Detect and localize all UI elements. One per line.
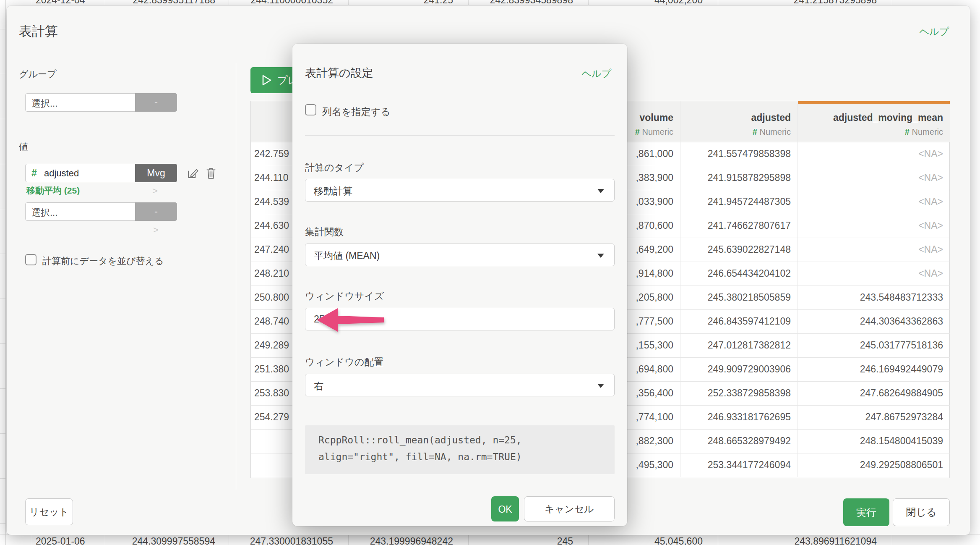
calc-type-label: 計算のタイプ <box>305 161 364 174</box>
table-gridline <box>588 0 589 5</box>
table-cell: 253.344177246094 <box>680 453 798 477</box>
agg-func-value: 平均値 (MEAN) <box>314 249 380 262</box>
table-cell: 249.909729003906 <box>680 358 798 382</box>
new-column-accent-bar <box>798 101 950 104</box>
reset-button[interactable]: リセット <box>25 498 73 525</box>
code-line-2: align="right", fill=NA, na.rm=TRUE) <box>318 451 522 462</box>
table-gridline <box>105 535 105 545</box>
table-cell: 241.215873295898 <box>794 0 877 5</box>
value-select-placeholder: 選択... <box>31 207 57 219</box>
table-cell: 244.309997558594 <box>132 536 215 545</box>
table-gridline <box>0 209 6 209</box>
table-cell: 241.25 <box>424 0 453 5</box>
close-button[interactable]: 閉じる <box>893 498 950 526</box>
column-name: adjusted_moving_mean <box>833 112 943 123</box>
dialog-help-link[interactable]: ヘルプ <box>919 25 949 38</box>
chevron-down-icon <box>597 254 604 258</box>
modal-divider <box>305 135 615 136</box>
column-name: adjusted <box>751 112 791 123</box>
table-cell-date: 2024-12-04 <box>36 0 85 5</box>
dialog-title: 表計算 <box>19 23 58 40</box>
run-button[interactable]: 実行 <box>843 498 889 526</box>
numeric-hash-icon: # <box>753 127 760 136</box>
value-select[interactable]: 選択... - <box>25 202 177 221</box>
table-gridline <box>32 0 32 5</box>
value-label: 値 <box>19 141 28 153</box>
table-cell: 243.548483712333 <box>798 286 950 310</box>
column-header-adjusted[interactable]: adjusted# Numeric <box>680 101 798 142</box>
ok-button[interactable]: OK <box>491 496 519 521</box>
window-align-select[interactable]: 右 <box>305 374 615 396</box>
cancel-button[interactable]: キャンセル <box>524 496 615 521</box>
edit-icon[interactable] <box>186 167 199 181</box>
column-type: # Numeric <box>635 127 673 137</box>
column-header-adjusted_moving_mean[interactable]: adjusted_moving_mean# Numeric <box>798 101 950 142</box>
table-gridline <box>348 535 349 545</box>
chevron-right-icon: > <box>153 225 159 236</box>
table-cell: 45,045,600 <box>654 536 703 545</box>
chevron-down-icon <box>597 384 604 388</box>
code-line-1: RcppRoll::roll_mean(adjusted, n=25, <box>318 435 522 445</box>
table-cell: 243.199996948242 <box>370 536 453 545</box>
table-cell: 241.557479858398 <box>680 142 798 166</box>
panel-divider <box>236 63 236 490</box>
calc-type-value: 移動計算 <box>314 185 352 198</box>
value-field[interactable]: # adjusted Mvg <box>25 164 177 182</box>
moving-calc-badge[interactable]: Mvg <box>135 164 177 182</box>
table-gridline <box>105 0 105 5</box>
table-gridline <box>892 0 892 5</box>
table-cell: 242.839934589898 <box>490 0 573 5</box>
table-calculation-settings-modal: 表計算の設定 ヘルプ 列名を指定する 計算のタイプ 移動計算 集計関数 平均値 … <box>292 44 627 526</box>
table-cell: <NA> <box>798 214 950 238</box>
table-gridline <box>468 0 469 5</box>
table-cell: 244.303643362863 <box>798 310 950 334</box>
column-name: volume <box>639 112 673 123</box>
group-select-placeholder: 選択... <box>31 97 57 110</box>
numeric-hash-icon: # <box>635 127 642 136</box>
modal-help-link[interactable]: ヘルプ <box>581 67 611 80</box>
play-icon <box>261 74 272 86</box>
table-gridline <box>0 523 6 524</box>
table-cell: 44,002,200 <box>654 0 703 5</box>
window-size-value: 25 <box>314 314 325 325</box>
agg-func-label: 集計関数 <box>305 225 344 238</box>
value-summary-text: 移動平均 (25) <box>26 185 80 197</box>
table-cell: 241.915878295898 <box>680 166 798 190</box>
value-field-name: adjusted <box>44 168 79 179</box>
table-cell: 252.338729858398 <box>680 382 798 406</box>
table-cell: 245 <box>557 536 573 545</box>
group-select[interactable]: 選択... - <box>25 93 177 112</box>
value-remove-button[interactable]: - <box>135 202 177 221</box>
table-gridline <box>0 119 6 119</box>
table-gridline <box>0 29 6 29</box>
window-size-input[interactable]: 25 <box>305 308 615 330</box>
table-gridline <box>892 535 892 545</box>
table-gridline <box>229 0 229 5</box>
background-table-row-bottom: 2025-01-06244.309997558594247.3300018310… <box>0 534 980 545</box>
modal-title: 表計算の設定 <box>305 66 373 81</box>
window-align-label: ウィンドウの配置 <box>305 356 383 369</box>
window-size-label: ウィンドウサイズ <box>305 290 384 303</box>
sort-before-calc-label: 計算前にデータを並び替える <box>42 255 164 267</box>
trash-icon[interactable] <box>206 167 216 181</box>
table-cell: 242.839935117188 <box>133 0 215 5</box>
table-gridline <box>0 343 6 344</box>
table-gridline <box>0 433 6 434</box>
numeric-hash-icon: # <box>31 168 37 179</box>
agg-func-select[interactable]: 平均値 (MEAN) <box>305 244 615 266</box>
sort-before-calc-checkbox[interactable] <box>25 254 36 265</box>
group-remove-button[interactable]: - <box>135 93 177 112</box>
table-cell: 241.945724487305 <box>680 190 798 214</box>
table-cell-date: 2025-01-06 <box>36 536 85 545</box>
table-cell: 247.330001831055 <box>250 536 333 545</box>
calc-type-select[interactable]: 移動計算 <box>305 179 615 202</box>
table-cell: <NA> <box>798 190 950 214</box>
table-gridline <box>718 535 718 545</box>
table-cell: 245.031777518136 <box>798 334 950 358</box>
specify-column-name-checkbox[interactable] <box>305 104 316 115</box>
table-cell: <NA> <box>798 166 950 190</box>
table-cell: 245.639022827148 <box>680 238 798 262</box>
table-cell: 246.933181762695 <box>680 406 798 430</box>
table-cell: 246.654434204102 <box>680 262 798 286</box>
table-gridline <box>0 74 6 74</box>
